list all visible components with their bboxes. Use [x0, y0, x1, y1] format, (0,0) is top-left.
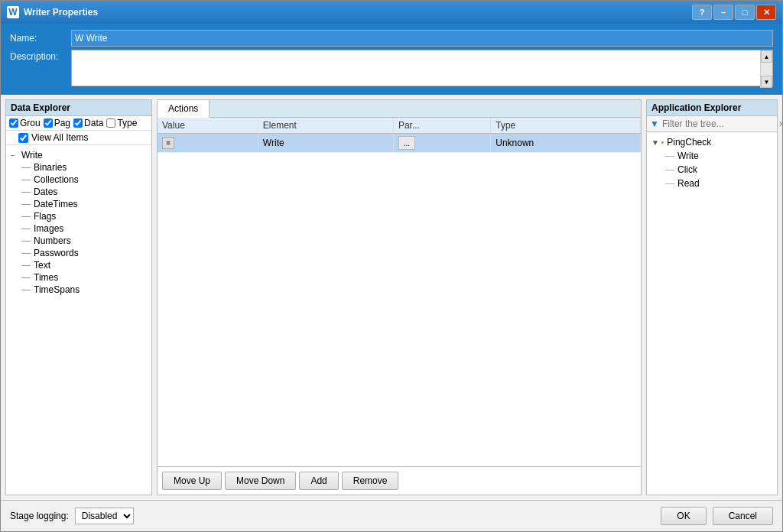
cb-pag-input[interactable] — [44, 118, 53, 128]
tree-dash: — — [21, 284, 31, 295]
app-child-dash: — — [665, 164, 674, 175]
name-input[interactable] — [71, 30, 773, 47]
title-bar: W Writer Properties ? – □ ✕ — [1, 1, 782, 24]
tree-dash: — — [21, 223, 31, 234]
cb-pag-label: Pag — [54, 118, 70, 128]
stage-logging-area: Stage logging: Disabled Enabled — [10, 508, 134, 524]
actions-panel: Actions Value Element Par... Type — [157, 99, 642, 495]
tree-write-text: Write — [21, 150, 43, 161]
actions-table: Value Element Par... Type ≡ Write — [158, 118, 641, 153]
tree-child-numbers[interactable]: — Numbers — [18, 235, 151, 247]
minimize-button[interactable]: – — [713, 5, 733, 20]
ok-button[interactable]: OK — [661, 507, 706, 525]
tree-dash: — — [21, 187, 31, 197]
tree-child-collections-label: Collections — [34, 174, 79, 185]
cb-pag: Pag — [44, 118, 70, 128]
tree-child-dates[interactable]: — Dates — [18, 186, 151, 198]
cb-type-label: Type — [117, 118, 137, 128]
filter-clear-button[interactable]: ✕ — [777, 119, 782, 129]
data-explorer-tree: − Write — Binaries — Collections — [6, 145, 151, 495]
app-child-read[interactable]: — Read — [647, 177, 777, 190]
close-button[interactable]: ✕ — [756, 5, 776, 20]
description-row: Description: ▲ ▼ — [10, 50, 773, 89]
tab-actions[interactable]: Actions — [158, 100, 210, 118]
table-row[interactable]: ≡ Write ... Unknown — [158, 134, 641, 153]
main-area: Data Explorer Grou Pag Data Type — [1, 95, 782, 500]
app-expand-icon: ▼ — [651, 138, 661, 147]
app-child-read-label: Read — [677, 178, 700, 189]
tree-dash: — — [21, 199, 31, 209]
move-down-button[interactable]: Move Down — [225, 472, 296, 490]
writer-properties-window: W Writer Properties ? – □ ✕ Name: Descri… — [0, 0, 783, 532]
add-button[interactable]: Add — [299, 472, 338, 490]
app-root-pingcheck[interactable]: ▼ ▪ PingCheck — [647, 135, 777, 149]
app-child-write-label: Write — [677, 151, 699, 161]
cb-type-input[interactable] — [106, 118, 115, 128]
actions-header-row: Value Element Par... Type — [158, 118, 641, 134]
tree-child-datetimes[interactable]: — DateTimes — [18, 198, 151, 210]
view-all-row: View All Items — [6, 131, 151, 145]
cb-grou: Grou — [9, 118, 41, 128]
description-input[interactable] — [71, 50, 773, 86]
tree-child-text[interactable]: — Text — [18, 259, 151, 271]
cell-element: Write — [258, 134, 393, 153]
col-value: Value — [158, 118, 258, 134]
app-child-dash: — — [665, 151, 674, 161]
scroll-down-btn[interactable]: ▼ — [761, 76, 772, 88]
window-title: Writer Properties — [24, 7, 692, 18]
stage-logging-label: Stage logging: — [10, 511, 69, 521]
app-explorer-panel: Application Explorer ▼ ✕ ▼ ▪ PingCheck —… — [646, 99, 778, 495]
tree-toggle-write: − — [11, 151, 21, 160]
app-child-dash: — — [665, 178, 674, 189]
tree-dash: — — [21, 260, 31, 271]
col-element: Element — [258, 118, 393, 134]
tree-child-binaries[interactable]: — Binaries — [18, 161, 151, 174]
cb-grou-input[interactable] — [9, 118, 18, 128]
header-area: Name: Description: ▲ ▼ — [1, 24, 782, 95]
move-up-button[interactable]: Move Up — [162, 472, 222, 490]
tree-write-label[interactable]: − Write — [6, 149, 151, 161]
app-tree: ▼ ▪ PingCheck — Write — Click — Read — [647, 132, 777, 495]
help-button[interactable]: ? — [692, 5, 712, 20]
window-icon: W — [7, 6, 19, 18]
app-child-click[interactable]: — Click — [647, 163, 777, 177]
cell-value: ≡ — [158, 134, 258, 153]
tree-write-node: − Write — Binaries — Collections — [6, 148, 151, 297]
row-icon: ≡ — [162, 137, 174, 149]
cell-type: Unknown — [491, 134, 641, 153]
remove-button[interactable]: Remove — [342, 472, 399, 490]
tree-child-timespans[interactable]: — TimeSpans — [18, 284, 151, 296]
name-row: Name: — [10, 30, 773, 47]
actions-table-body: ≡ Write ... Unknown — [158, 134, 641, 153]
data-explorer-header: Data Explorer — [6, 100, 151, 116]
tree-child-numbers-label: Numbers — [34, 235, 71, 246]
maximize-button[interactable]: □ — [735, 5, 755, 20]
tree-dash: — — [21, 272, 31, 283]
title-bar-buttons: ? – □ ✕ — [692, 5, 776, 20]
actions-table-head: Value Element Par... Type — [158, 118, 641, 134]
view-all-checkbox[interactable] — [18, 133, 28, 143]
stage-logging-select[interactable]: Disabled Enabled — [75, 508, 134, 524]
scroll-up-btn[interactable]: ▲ — [761, 50, 772, 63]
tree-child-images[interactable]: — Images — [18, 222, 151, 235]
name-label: Name: — [10, 33, 71, 44]
tree-child-collections[interactable]: — Collections — [18, 174, 151, 186]
cancel-button[interactable]: Cancel — [713, 507, 773, 525]
tree-child-datetimes-label: DateTimes — [34, 199, 78, 209]
cb-data-input[interactable] — [73, 118, 83, 128]
col-params: Par... — [393, 118, 490, 134]
description-label: Description: — [10, 50, 71, 62]
tree-child-times[interactable]: — Times — [18, 271, 151, 284]
cb-grou-label: Grou — [20, 118, 41, 128]
app-child-write[interactable]: — Write — [647, 149, 777, 163]
tree-child-flags[interactable]: — Flags — [18, 210, 151, 222]
app-root-label: PingCheck — [667, 137, 711, 148]
tree-dash: — — [21, 248, 31, 258]
cb-data-label: Data — [84, 118, 103, 128]
description-scrollbar[interactable]: ▲ ▼ — [760, 50, 772, 88]
bottom-bar: Stage logging: Disabled Enabled OK Cance… — [1, 500, 782, 531]
tree-child-passwords[interactable]: — Passwords — [18, 247, 151, 259]
filter-input[interactable] — [662, 118, 777, 129]
params-button[interactable]: ... — [398, 136, 415, 150]
actions-table-area: Value Element Par... Type ≡ Write — [158, 118, 641, 466]
